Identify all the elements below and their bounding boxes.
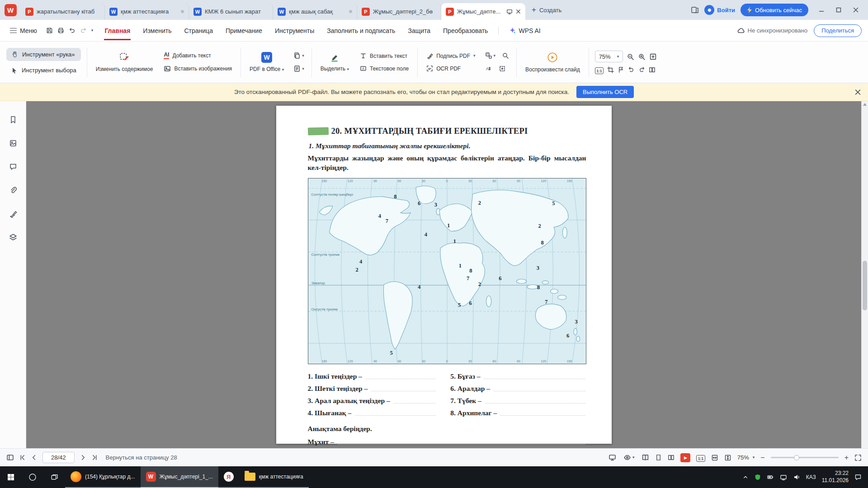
menu-tab-page[interactable]: Страница xyxy=(178,24,218,37)
actual-size-button[interactable]: 1:1 xyxy=(696,454,705,461)
menu-tab-edit[interactable]: Изменить xyxy=(137,24,177,37)
bookmark-button[interactable] xyxy=(618,66,624,73)
maximize-button[interactable] xyxy=(831,3,846,17)
single-page-button[interactable] xyxy=(655,454,662,461)
insert-images-button[interactable]: Вставить изображения xyxy=(161,64,235,74)
fit-page-button[interactable] xyxy=(649,53,657,61)
slideshow-button[interactable]: ▶ xyxy=(680,453,690,462)
login-button[interactable]: ☻ Войти xyxy=(704,5,735,15)
comments-panel-button[interactable] xyxy=(6,160,20,174)
print-icon[interactable] xyxy=(57,27,64,34)
zoom-level-select[interactable]: 75%▾ xyxy=(737,454,755,461)
language-indicator[interactable]: КАЗ xyxy=(806,474,816,480)
tab-document-3[interactable]: W КМЖ 6 сынып жарат xyxy=(189,3,273,20)
bookmarks-panel-button[interactable] xyxy=(6,113,20,127)
menu-tab-convert[interactable]: Преобразовать xyxy=(437,24,494,37)
minimize-button[interactable] xyxy=(814,3,829,17)
edit-content-button[interactable]: Изменить содержимое xyxy=(91,50,158,74)
character-tool-button[interactable]: A xyxy=(484,64,494,74)
menu-tab-protect[interactable]: Защита xyxy=(402,24,436,37)
sync-status[interactable]: Не синхронизировано xyxy=(737,27,808,34)
menu-tab-tools[interactable]: Инструменты xyxy=(269,24,320,37)
wps-logo[interactable]: W xyxy=(0,0,21,20)
fit-width-button[interactable] xyxy=(711,454,718,461)
undo-icon[interactable] xyxy=(69,27,75,34)
rotate-left-button[interactable] xyxy=(628,66,635,73)
zoom-in-button[interactable] xyxy=(638,53,646,61)
close-window-button[interactable] xyxy=(848,3,863,17)
vertical-scrollbar[interactable] xyxy=(861,101,868,448)
zoom-select[interactable]: 75% ▾ xyxy=(595,51,623,62)
scrollbar-thumb[interactable] xyxy=(863,261,867,310)
read-mode-button[interactable]: ▾ xyxy=(622,452,636,463)
next-page-button[interactable] xyxy=(80,454,86,461)
signature-panel-button[interactable] xyxy=(6,207,20,221)
task-view-button[interactable] xyxy=(43,466,65,488)
close-tab-icon[interactable] xyxy=(516,9,521,14)
tray-expand-button[interactable] xyxy=(742,474,749,480)
tab-document-2[interactable]: W қмж аттестацияға xyxy=(105,3,189,20)
extract-pages-button[interactable]: ▾ xyxy=(292,64,306,74)
actual-size-button[interactable]: 1:1 xyxy=(595,66,604,74)
last-page-button[interactable] xyxy=(91,454,98,461)
scroll-up-arrow[interactable] xyxy=(863,103,867,106)
zoom-slider-thumb[interactable] xyxy=(794,455,799,460)
taskbar-app-folder[interactable]: қмж аттестацияға xyxy=(239,466,309,488)
fit-page-button[interactable] xyxy=(724,454,731,461)
taskbar-app-yandex[interactable]: Я xyxy=(218,466,239,488)
back-to-page-link[interactable]: Вернуться на страницу 28 xyxy=(106,454,177,461)
zoom-out-button[interactable]: − xyxy=(760,454,764,461)
attachments-panel-button[interactable] xyxy=(6,183,20,197)
start-button[interactable] xyxy=(0,466,22,488)
cortana-search-button[interactable] xyxy=(22,466,43,488)
chevron-down-icon[interactable]: ▾ xyxy=(91,28,94,33)
book-mode-button[interactable] xyxy=(642,454,649,461)
zoom-out-button[interactable] xyxy=(627,53,634,61)
action-center-button[interactable] xyxy=(854,474,862,481)
taskbar-app-wps[interactable]: W Жұмыс_дәптері_1_... xyxy=(141,466,218,488)
first-page-button[interactable] xyxy=(19,454,26,461)
add-text-button[interactable]: AI Добавить текст xyxy=(161,51,235,60)
menu-tab-fill-sign[interactable]: Заполнить и подписать xyxy=(321,24,401,37)
clock[interactable]: 23:22 11.01.2026 xyxy=(822,470,849,484)
create-new-tab-button[interactable]: + Создать xyxy=(525,0,568,20)
share-button[interactable]: Поделиться xyxy=(814,24,862,37)
close-notification-icon[interactable] xyxy=(855,89,861,95)
menu-tab-home[interactable]: Главная xyxy=(99,24,136,37)
run-ocr-button[interactable]: Выполнить OCR xyxy=(576,86,634,98)
thumbnails-panel-button[interactable] xyxy=(6,136,20,150)
tab-document-4[interactable]: W қмж ашық сабақ xyxy=(273,3,357,20)
sign-pdf-button[interactable]: Подпись PDF ▾ xyxy=(424,51,478,61)
zoom-in-button[interactable]: + xyxy=(844,454,849,461)
layers-panel-button[interactable] xyxy=(6,230,20,244)
copy-pages-button[interactable]: ▾ xyxy=(292,51,306,61)
two-page-view-button[interactable] xyxy=(649,66,656,73)
update-now-button[interactable]: Обновить сейчас xyxy=(741,4,808,16)
document-canvas[interactable]: 20. МҰХИТТАРДЫҢ ТАБИҒИ ЕРЕКШЕЛІКТЕРІ 1. … xyxy=(26,101,861,448)
toggle-sidebar-button[interactable] xyxy=(6,454,14,461)
ocr-area-button[interactable] xyxy=(497,64,507,74)
menu-tab-wps-ai[interactable]: WPS AI xyxy=(503,24,546,37)
network-tray-icon[interactable] xyxy=(780,474,787,481)
volume-tray-icon[interactable] xyxy=(793,474,800,481)
redo-icon[interactable] xyxy=(80,27,87,34)
double-page-button[interactable] xyxy=(668,454,675,461)
tab-document-active[interactable]: P Жұмыс_дәпте... xyxy=(441,3,525,20)
taskbar-app-firefox[interactable]: (154) Құрлықтар д... xyxy=(65,466,141,488)
previous-page-button[interactable] xyxy=(31,454,38,461)
antivirus-tray-icon[interactable] xyxy=(755,474,761,480)
menu-button[interactable]: Меню xyxy=(6,24,41,37)
page-indicator-input[interactable]: 28/42 xyxy=(42,452,75,463)
tab-document-5[interactable]: P Жұмыс_дәптері_2_бө xyxy=(357,3,441,20)
text-field-button[interactable]: A Текстовое поле xyxy=(357,64,411,73)
search-button[interactable] xyxy=(500,51,510,61)
menu-tab-comment[interactable]: Примечание xyxy=(220,24,268,37)
export-slide-button[interactable] xyxy=(609,454,616,461)
hand-tool-button[interactable]: Инструмент «рука» xyxy=(6,48,81,61)
ocr-pdf-button[interactable]: OCR PDF xyxy=(424,64,478,73)
save-icon[interactable] xyxy=(46,27,53,34)
rotate-right-button[interactable] xyxy=(638,66,645,73)
crop-button[interactable] xyxy=(607,66,614,73)
workspaces-icon[interactable] xyxy=(691,6,699,14)
highlight-button[interactable]: Выделить ▾ xyxy=(316,51,354,74)
